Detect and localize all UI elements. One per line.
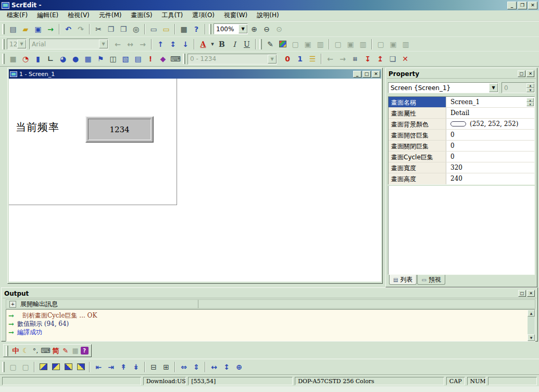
spin-up-icon[interactable]: ▲ <box>527 83 534 88</box>
stretch-height-icon[interactable]: ↕ <box>220 361 233 373</box>
send-backward-icon[interactable] <box>74 361 87 373</box>
align-left-icon[interactable]: ⇤ <box>92 361 105 373</box>
toolbar-grip[interactable] <box>259 39 262 49</box>
toolbar-grip[interactable] <box>209 24 211 34</box>
font-name-combo[interactable]: Arial ▼ <box>29 39 108 49</box>
menu-file[interactable]: 檔案(F) <box>2 10 32 21</box>
property-row-close-macro[interactable]: 畫面關閉巨集 0 <box>388 141 534 151</box>
align-text-right-icon[interactable]: → <box>136 39 149 50</box>
font-color-icon[interactable]: A <box>197 39 209 50</box>
ime-soft-keyboard-icon[interactable]: ⌨ <box>41 346 51 356</box>
scroll-down-icon[interactable]: ▼ <box>528 334 535 341</box>
doc-maximize-button[interactable]: □ <box>362 71 371 78</box>
background-color-swatch[interactable] <box>450 121 466 127</box>
pattern-frame-2-icon[interactable]: ▣ <box>387 39 399 50</box>
stretch-width-icon[interactable]: ↔ <box>208 361 220 373</box>
ungroup-icon[interactable]: ▢ <box>19 361 32 373</box>
spin-up-icon[interactable]: ▲ <box>527 98 534 102</box>
output-message[interactable]: → 剖析畫面Cycle巨集 ... OK <box>7 311 527 320</box>
property-row-cycle-macro[interactable]: 畫面Cycle巨集 0 <box>388 151 534 162</box>
button-element-icon[interactable]: ■ <box>7 53 19 65</box>
ime-pad-icon[interactable]: ▦ <box>71 346 80 356</box>
property-row-open-macro[interactable]: 畫面開啓巨集 0 <box>388 130 534 141</box>
pattern-frame-1-icon[interactable]: ▢ <box>374 39 387 50</box>
property-maximize-button[interactable]: □ <box>518 70 525 77</box>
chevron-down-icon[interactable]: ▼ <box>239 24 247 33</box>
copy-icon[interactable]: ❐ <box>105 23 117 35</box>
toolbar-grip[interactable] <box>2 54 5 64</box>
frame-style-3-icon[interactable]: ▥ <box>314 39 327 50</box>
frame-style-1-icon[interactable]: ▢ <box>289 39 302 50</box>
compile-icon[interactable]: ⌗ <box>349 53 361 65</box>
state-0-icon[interactable]: 0 <box>281 53 294 65</box>
doc-minimize-button[interactable]: _ <box>353 71 361 78</box>
help-icon[interactable]: ? <box>190 23 203 35</box>
alarm-element-icon[interactable]: ! <box>144 53 157 65</box>
property-row-name[interactable]: 畫面名稱 Screen_1 ▲ ▼ <box>388 97 534 108</box>
animation-element-icon[interactable]: ◆ <box>157 53 169 65</box>
toolbar-grip[interactable] <box>2 39 5 49</box>
color-setup-icon[interactable] <box>277 39 289 50</box>
bring-forward-icon[interactable] <box>62 361 74 373</box>
state-1-icon[interactable]: 1 <box>294 53 306 65</box>
restore-button[interactable]: ❐ <box>518 2 527 9</box>
open-file-icon[interactable]: ▰ <box>19 23 32 35</box>
align-text-left-icon[interactable]: ← <box>111 39 124 50</box>
property-panel-header[interactable]: Property □ ✕ <box>387 69 536 79</box>
paste-icon[interactable]: ❒ <box>117 23 130 35</box>
save-icon[interactable]: ▣ <box>32 23 44 35</box>
keypad-element-icon[interactable]: ▤ <box>132 53 144 65</box>
simulate-icon[interactable]: ❏ <box>386 53 399 65</box>
align-bottom-icon[interactable]: ↡ <box>130 361 142 373</box>
menu-tools[interactable]: 工具(T) <box>157 10 188 21</box>
numeric-display-element[interactable]: 1234 <box>85 116 154 143</box>
tab-preview[interactable]: ▭ 預視 <box>417 275 445 285</box>
new-screen-icon[interactable]: ▭ <box>147 23 160 35</box>
chevron-down-icon[interactable]: ▼ <box>489 83 498 92</box>
redo-icon[interactable]: ↷ <box>74 23 87 35</box>
open-screen-icon[interactable]: ▭ <box>160 23 172 35</box>
delete-screen-icon[interactable]: ✕ <box>399 53 411 65</box>
pie-element-icon[interactable]: ◕ <box>57 53 69 65</box>
menu-options[interactable]: 選項(O) <box>187 10 219 21</box>
align-text-middle-icon[interactable]: ↕ <box>167 39 179 50</box>
zoom-out-icon[interactable]: ⊖ <box>260 23 273 35</box>
property-row-attribute[interactable]: 畫面屬性 Detail <box>388 108 534 119</box>
ime-shape-icon[interactable]: ☾ <box>21 346 30 356</box>
doc-close-button[interactable]: ✕ <box>372 71 380 78</box>
document-title-bar[interactable]: 1 - Screen_1 _ □ ✕ <box>9 69 381 79</box>
bring-to-front-icon[interactable] <box>37 361 49 373</box>
find-icon[interactable]: ◎ <box>130 23 142 35</box>
same-size-icon[interactable]: ⊕ <box>233 361 245 373</box>
center-horizontal-icon[interactable]: ⊟ <box>147 361 160 373</box>
send-to-back-icon[interactable] <box>49 361 62 373</box>
align-text-top-icon[interactable]: ↑ <box>154 39 167 50</box>
chevron-down-icon[interactable]: ▼ <box>268 55 277 64</box>
toolbar-grip[interactable] <box>2 362 5 372</box>
toolbar-grip[interactable] <box>183 54 185 64</box>
state-frame-2-icon[interactable]: ▣ <box>344 39 357 50</box>
ime-grip[interactable] <box>6 346 8 356</box>
ime-language-icon[interactable]: 中 <box>11 346 20 356</box>
chevron-down-icon[interactable]: ▼ <box>99 40 108 48</box>
ime-pen-icon[interactable]: ✎ <box>61 346 70 356</box>
display-element-icon[interactable]: ◫ <box>107 53 119 65</box>
ime-punctuation-icon[interactable]: °, <box>31 346 40 356</box>
download-all-icon[interactable]: ↥ <box>374 53 386 65</box>
output-message[interactable]: → 數值顯示 (94, 64) <box>7 320 527 328</box>
transparent-draw-icon[interactable]: ✎ <box>264 39 277 50</box>
pattern-element-icon[interactable]: ▦ <box>82 53 94 65</box>
toolbar-grip[interactable] <box>2 24 5 34</box>
output-maximize-button[interactable]: □ <box>518 290 526 297</box>
menu-element[interactable]: 元件(M) <box>94 10 127 21</box>
next-screen-icon[interactable]: → <box>336 53 349 65</box>
spin-down-icon[interactable]: ▼ <box>527 102 534 106</box>
scroll-up-icon[interactable]: ▲ <box>528 310 535 317</box>
chevron-down-icon[interactable]: ▼ <box>17 40 26 48</box>
align-text-bottom-icon[interactable]: ↓ <box>179 39 192 50</box>
element-property-icon[interactable]: ☰ <box>306 53 319 65</box>
download-screen-icon[interactable]: ↧ <box>361 53 374 65</box>
static-text-element[interactable]: 当前频率 <box>16 120 59 134</box>
graph-element-icon[interactable]: ▧ <box>119 53 132 65</box>
state-frame-3-icon[interactable]: ▥ <box>357 39 369 50</box>
